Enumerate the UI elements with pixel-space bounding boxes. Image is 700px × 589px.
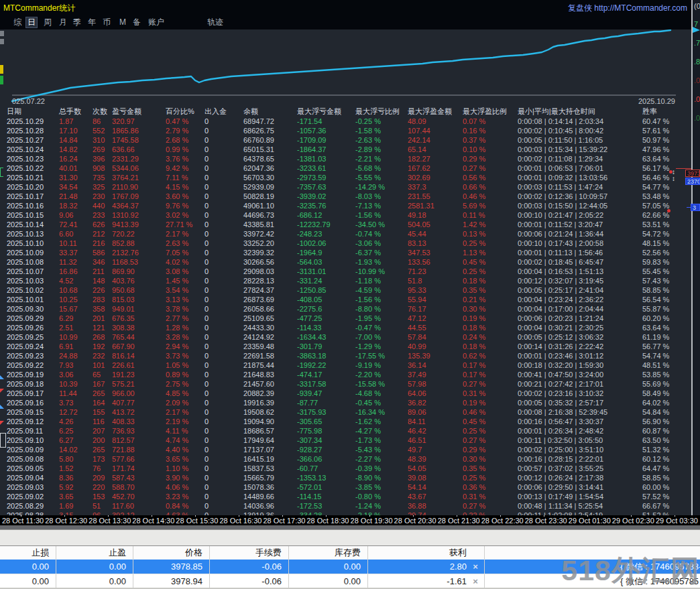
cell: 76 xyxy=(93,464,101,473)
cell: -1864.37 xyxy=(297,145,326,154)
table-row[interactable]: 2025.09.124.26116408.332.19 %019094.90-3… xyxy=(0,417,691,426)
table-row[interactable]: 2025.09.262.51121308.381.28 %024433.30-1… xyxy=(0,323,691,332)
cell: 19508.62 xyxy=(243,407,274,417)
cell: 4.63 % xyxy=(166,511,188,515)
table-row[interactable]: 2025.10.1472.416269413.3927.71 %043385.8… xyxy=(0,220,691,229)
table-row[interactable]: 2025.10.2240.019085344.069.42 %062047.36… xyxy=(0,163,691,173)
cell: -16.34 % xyxy=(355,407,385,417)
tab-月[interactable]: 月 xyxy=(58,17,68,27)
tab-周[interactable]: 周 xyxy=(42,17,53,27)
cell: 23359.48 xyxy=(243,342,274,351)
table-row[interactable]: 2025.10.034.52148403.761.45 %028228.13-3… xyxy=(0,276,691,285)
table-row[interactable]: 2025.10.136.60212720.222.17 %033972.42-2… xyxy=(0,229,691,239)
table-row[interactable]: 2025.10.0811.323461168.534.02 %030266.56… xyxy=(0,257,691,267)
cell: 6.91 xyxy=(59,342,73,351)
cell: 18686.57 xyxy=(243,426,274,436)
table-row[interactable]: 2025.08.283.1596392.124.63 %013919.36-33… xyxy=(0,511,691,515)
close-position-icon[interactable]: × xyxy=(467,560,483,574)
cell: -1002.06 xyxy=(297,239,326,248)
cell: 28228.13 xyxy=(243,276,274,285)
table-row[interactable]: 2025.09.023.65153452.703.23 %014489.66-1… xyxy=(0,492,691,501)
cell: -1.73 % xyxy=(355,436,381,445)
positions-column-header: 库存费 xyxy=(289,546,368,560)
table-row[interactable]: 2025.09.2510.99268765.443.28 %024124.92-… xyxy=(0,332,691,342)
table-row[interactable]: 2025.09.163.73164407.772.09 %019916.39-8… xyxy=(0,398,691,407)
tab-年[interactable]: 年 xyxy=(86,17,97,27)
cell: 0.99 % xyxy=(166,145,188,154)
table-row[interactable]: 2025.10.0210.68226950.683.54 %027824.37-… xyxy=(0,285,691,295)
table-row[interactable]: 2025.10.291.8786320.970.47 %068947.72-17… xyxy=(0,117,691,126)
table-row[interactable]: 2025.09.051.5276171.741.10 %015837.53-60… xyxy=(0,464,691,473)
table-row[interactable]: 2025.10.159.062331310.923.02 %044696.73-… xyxy=(0,210,691,220)
tab-账户[interactable]: 账户 xyxy=(147,17,166,27)
tab-季[interactable]: 季 xyxy=(72,17,82,27)
table-row[interactable]: 2025.09.246.91192667.902.94 %023359.48-3… xyxy=(0,342,691,351)
table-row[interactable]: 2025.08.291.6951117.600.84 %014036.96-17… xyxy=(0,501,691,511)
cell: 0.25 % xyxy=(463,473,485,482)
cell: 1.05 % xyxy=(166,361,188,370)
table-row[interactable]: 2025.09.3015.67358949.013.78 %026058.66-… xyxy=(0,304,691,314)
table-row[interactable]: 2025.10.2414.82269636.660.99 %065015.31-… xyxy=(0,145,691,154)
cell: 269 xyxy=(93,145,105,154)
table-row[interactable]: 2025.10.1721.482301767.093.60 %050828.19… xyxy=(0,192,691,201)
cell: 0 xyxy=(205,163,209,173)
close-position-icon[interactable]: × xyxy=(467,574,483,588)
tab-轨迹[interactable]: 轨迹 xyxy=(206,17,225,27)
table-row[interactable]: 2025.10.2316.243962331.293.76 %064378.65… xyxy=(0,154,691,163)
table-row[interactable]: 2025.10.2817.105521865.862.79 %068626.75… xyxy=(0,126,691,135)
tab-日[interactable]: 日 xyxy=(26,17,37,27)
cell: 64.02 % xyxy=(642,398,669,407)
column-header: 余额 xyxy=(243,107,258,116)
cell: -564.03 xyxy=(297,257,322,267)
tab-备[interactable]: 备 xyxy=(131,17,142,27)
cell: 0 xyxy=(205,295,209,304)
table-row[interactable]: 2025.09.2324.88232816.143.73 %022691.58-… xyxy=(0,351,691,361)
cell: 66.67 % xyxy=(642,501,669,511)
table-row[interactable]: 2025.09.193.0665191.230.89 %021648.83-47… xyxy=(0,370,691,379)
table-row[interactable]: 2025.09.106.27200812.574.74 %017949.64-3… xyxy=(0,436,691,445)
cell: 7.05 % xyxy=(166,248,188,257)
table-row[interactable]: 2025.09.085.80173577.663.65 %016415.19-3… xyxy=(0,454,691,464)
table-row[interactable]: 2025.10.1618.324404364.379.76 %049061.10… xyxy=(0,201,691,210)
tab-综[interactable]: 综 xyxy=(12,17,23,27)
cell: 0.18 % xyxy=(463,276,485,285)
table-row[interactable]: 2025.10.2714.843101745.582.68 %066760.89… xyxy=(0,135,691,145)
table-row[interactable]: 2025.09.1512.72155413.722.17 %019508.62-… xyxy=(0,407,691,417)
table-row[interactable]: 2025.10.1010.11216852.882.63 %033252.20-… xyxy=(0,239,691,248)
cell: -5.55 % xyxy=(355,173,381,182)
table-row[interactable]: 2025.10.2034.543252110.904.15 %052939.09… xyxy=(0,182,691,192)
tab-M[interactable]: M xyxy=(118,17,127,27)
table-row[interactable]: 2025.09.0914.02265721.884.40 %017137.07-… xyxy=(0,445,691,454)
table-row[interactable]: 2025.09.1810.39167575.212.75 %021457.60-… xyxy=(0,379,691,389)
cell: 265 xyxy=(93,445,105,454)
cell: 908 xyxy=(93,163,105,173)
cell: 207 xyxy=(93,426,105,436)
drag-arrows-icon[interactable]: ↕↕ xyxy=(672,169,675,182)
cell: 2025.09.02 xyxy=(7,492,44,501)
cell: 1.28 % xyxy=(166,323,188,332)
table-row[interactable]: 2025.09.227.93101226.611.05 %021875.44-1… xyxy=(0,361,691,370)
brand-link[interactable]: 复盘侠 http://MTCommander.com xyxy=(568,3,687,14)
cell: -0.80 % xyxy=(355,492,381,501)
table-row[interactable]: 2025.09.035.92220588.704.06 %015078.36-5… xyxy=(0,482,691,492)
table-row[interactable]: 2025.09.1711.44265966.004.85 %020882.39-… xyxy=(0,389,691,398)
table-row[interactable]: 2025.10.0110.25283815.033.13 %026873.69-… xyxy=(0,295,691,304)
table-row[interactable]: 2025.09.116.25207736.934.11 %018686.57-7… xyxy=(0,426,691,436)
cell: 0.89 % xyxy=(166,370,188,379)
table-row[interactable]: 2025.10.2131.307353764.217.11 %056703.30… xyxy=(0,173,691,182)
cell: 3.08 % xyxy=(166,267,188,276)
table-row[interactable]: 2025.10.0933.375862132.767.05 %032399.32… xyxy=(0,248,691,257)
cell: 0.27 % xyxy=(463,379,485,389)
table-row[interactable]: 2025.10.0716.86211869.903.08 %029098.03-… xyxy=(0,267,691,276)
cell: 21457.60 xyxy=(243,379,274,389)
cell: 0 xyxy=(205,210,209,220)
stats-table-header: 日期总手数次数盈亏金额百分比%出入金余额最大浮亏金额最大浮亏比例最大浮盈金额最大… xyxy=(0,107,691,117)
tab-币[interactable]: 币 xyxy=(101,17,112,27)
cell: 636.66 xyxy=(112,145,135,154)
cell: 0:00:18 | 0:32:20 | 1:59:30 xyxy=(518,361,603,370)
cell: 2025.09.12 xyxy=(7,417,44,426)
cell: 72.41 xyxy=(59,220,78,229)
equity-chart-canvas xyxy=(0,29,691,107)
table-row[interactable]: 2025.09.048.36209587.433.90 %015665.79-1… xyxy=(0,473,691,482)
table-row[interactable]: 2025.09.296.29201676.352.77 %025109.65-4… xyxy=(0,314,691,323)
